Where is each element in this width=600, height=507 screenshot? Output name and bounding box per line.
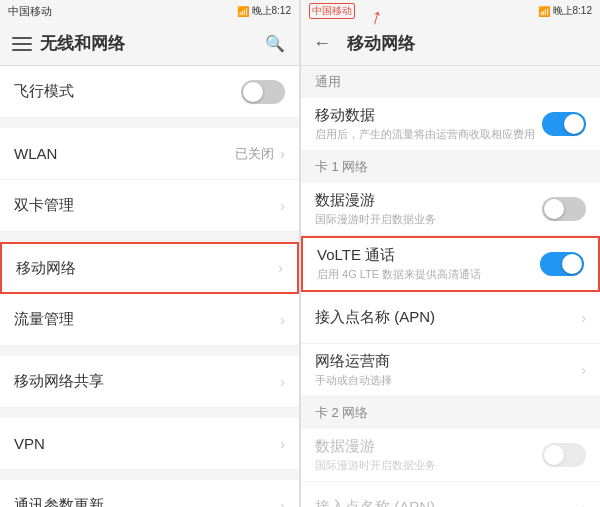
airplane-mode-item[interactable]: 飞行模式: [0, 66, 299, 118]
data-roaming-1-toggle[interactable]: [542, 197, 586, 221]
hotspot-chevron: ›: [280, 374, 285, 390]
left-panel: 中国移动 📶 晚上8:12 无线和网络 🔍 飞行模式 WLAN 已关闭 › 双卡: [0, 0, 300, 507]
apn1-title: 接入点名称 (APN): [315, 308, 581, 327]
section-general-header: 通用: [301, 66, 600, 98]
volte-toggle[interactable]: [540, 252, 584, 276]
carrier1-subtitle: 手动或自动选择: [315, 373, 581, 388]
carrier-right-box: 中国移动: [309, 3, 355, 19]
mobile-data-title: 移动数据: [315, 106, 542, 125]
gap4: [0, 408, 299, 418]
time-right: 晚上8:12: [553, 4, 592, 18]
wlan-label: WLAN: [14, 145, 235, 162]
data-roaming-1-subtitle: 国际漫游时开启数据业务: [315, 212, 542, 227]
data-usage-item[interactable]: 流量管理 ›: [0, 294, 299, 346]
mobile-network-label: 移动网络: [16, 259, 278, 278]
time-left: 晚上8:12: [252, 4, 291, 18]
wlan-value: 已关闭: [235, 145, 274, 163]
mobile-network-item[interactable]: 移动网络 ›: [0, 242, 299, 294]
contact-update-chevron: ›: [280, 498, 285, 508]
status-bar-left: 中国移动 📶 晚上8:12: [0, 0, 299, 22]
apn1-item[interactable]: 接入点名称 (APN) ›: [301, 292, 600, 344]
mobile-data-subtitle: 启用后，产生的流量将由运营商收取相应费用: [315, 127, 542, 142]
contact-update-label: 通讯参数更新: [14, 496, 280, 507]
wlan-item[interactable]: WLAN 已关闭 ›: [0, 128, 299, 180]
gap5: [0, 470, 299, 480]
hotspot-label: 移动网络共享: [14, 372, 280, 391]
gap1: [0, 118, 299, 128]
apn2-chevron: ›: [581, 500, 586, 508]
vpn-chevron: ›: [280, 436, 285, 452]
dual-sim-chevron: ›: [280, 198, 285, 214]
back-button[interactable]: ←: [313, 33, 331, 54]
carrier1-title: 网络运营商: [315, 352, 581, 371]
dual-sim-label: 双卡管理: [14, 196, 280, 215]
right-header: ← 移动网络: [301, 22, 600, 66]
wlan-chevron: ›: [280, 146, 285, 162]
data-roaming-2-title: 数据漫游: [315, 437, 542, 456]
status-bar-right: 中国移动 📶 晚上8:12: [301, 0, 600, 22]
volte-item[interactable]: VoLTE 通话 启用 4G LTE 数据来提供高清通话: [301, 236, 600, 292]
carrier1-item[interactable]: 网络运营商 手动或自动选择 ›: [301, 344, 600, 397]
data-roaming-2-toggle: [542, 443, 586, 467]
carrier-left: 中国移动: [8, 4, 52, 19]
data-roaming-1-item[interactable]: 数据漫游 国际漫游时开启数据业务: [301, 183, 600, 236]
data-usage-label: 流量管理: [14, 310, 280, 329]
section-sim1-header: 卡 1 网络: [301, 151, 600, 183]
volte-subtitle: 启用 4G LTE 数据来提供高清通话: [317, 267, 540, 282]
right-title: 移动网络: [347, 32, 588, 55]
vpn-item[interactable]: VPN ›: [0, 418, 299, 470]
vpn-label: VPN: [14, 435, 280, 452]
left-header: 无线和网络 🔍: [0, 22, 299, 66]
data-roaming-2-subtitle: 国际漫游时开启数据业务: [315, 458, 542, 473]
left-settings-list: 飞行模式 WLAN 已关闭 › 双卡管理 › 移动网络 › 流量管理 ›: [0, 66, 299, 507]
volte-title: VoLTE 通话: [317, 246, 540, 265]
data-usage-chevron: ›: [280, 312, 285, 328]
airplane-mode-label: 飞行模式: [14, 82, 241, 101]
mobile-data-toggle[interactable]: [542, 112, 586, 136]
right-settings-list: 通用 移动数据 启用后，产生的流量将由运营商收取相应费用 卡 1 网络 数据漫游…: [301, 66, 600, 507]
gap2: [0, 232, 299, 242]
dual-sim-item[interactable]: 双卡管理 ›: [0, 180, 299, 232]
data-roaming-2-item: 数据漫游 国际漫游时开启数据业务: [301, 429, 600, 482]
airplane-toggle[interactable]: [241, 80, 285, 104]
contact-update-item[interactable]: 通讯参数更新 ›: [0, 480, 299, 507]
mobile-data-item[interactable]: 移动数据 启用后，产生的流量将由运营商收取相应费用: [301, 98, 600, 151]
data-roaming-1-title: 数据漫游: [315, 191, 542, 210]
menu-icon[interactable]: [12, 37, 32, 51]
carrier1-chevron: ›: [581, 362, 586, 378]
apn2-item: 接入点名称 (APN) ›: [301, 482, 600, 507]
section-sim2-header: 卡 2 网络: [301, 397, 600, 429]
left-title: 无线和网络: [40, 32, 263, 55]
right-panel: 中国移动 📶 晚上8:12 ↑ ← 移动网络 通用 移动数据 启用后，产生的流量…: [300, 0, 600, 507]
apn2-title: 接入点名称 (APN): [315, 498, 581, 507]
hotspot-item[interactable]: 移动网络共享 ›: [0, 356, 299, 408]
apn1-chevron: ›: [581, 310, 586, 326]
gap3: [0, 346, 299, 356]
search-icon[interactable]: 🔍: [263, 32, 287, 56]
mobile-network-chevron: ›: [278, 260, 283, 276]
